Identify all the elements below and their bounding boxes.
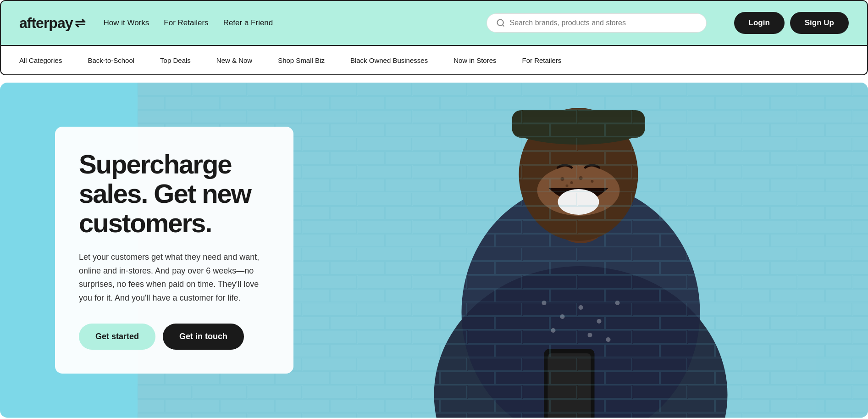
nav-how-it-works[interactable]: How it Works <box>104 18 149 28</box>
secondary-nav-shop-small-biz[interactable]: Shop Small Biz <box>265 46 337 74</box>
search-input[interactable] <box>510 19 697 27</box>
hero-content-card: Supercharge sales. Get new customers. Le… <box>55 127 293 373</box>
secondary-nav-new-and-now[interactable]: New & Now <box>204 46 265 74</box>
header: afterpay ⇌ How it Works For Retailers Re… <box>0 0 868 46</box>
login-button[interactable]: Login <box>734 12 785 34</box>
hero-section: Supercharge sales. Get new customers. Le… <box>0 83 868 418</box>
svg-point-0 <box>497 20 503 26</box>
secondary-nav-all-categories[interactable]: All Categories <box>19 46 75 74</box>
get-started-button[interactable]: Get started <box>79 324 155 350</box>
header-nav: How it Works For Retailers Refer a Frien… <box>104 18 273 28</box>
secondary-nav: All Categories Back-to-School Top Deals … <box>0 46 868 75</box>
secondary-nav-for-retailers[interactable]: For Retailers <box>509 46 575 74</box>
nav-refer-a-friend[interactable]: Refer a Friend <box>223 18 273 28</box>
secondary-nav-now-in-stores[interactable]: Now in Stores <box>441 46 509 74</box>
signup-button[interactable]: Sign Up <box>790 12 849 34</box>
secondary-nav-black-owned[interactable]: Black Owned Businesses <box>337 46 441 74</box>
logo-icon: ⇌ <box>75 16 85 31</box>
secondary-nav-back-to-school[interactable]: Back-to-School <box>75 46 147 74</box>
logo[interactable]: afterpay ⇌ <box>19 15 85 32</box>
hero-buttons: Get started Get in touch <box>79 324 270 350</box>
logo-text: afterpay <box>19 15 73 32</box>
get-in-touch-button[interactable]: Get in touch <box>163 324 244 350</box>
hero-description: Let your customers get what they need an… <box>79 251 270 305</box>
header-actions: Login Sign Up <box>734 12 849 34</box>
secondary-nav-top-deals[interactable]: Top Deals <box>147 46 204 74</box>
nav-for-retailers[interactable]: For Retailers <box>164 18 208 28</box>
hero-title: Supercharge sales. Get new customers. <box>79 150 270 237</box>
search-bar <box>487 13 707 33</box>
search-icon <box>496 18 505 28</box>
